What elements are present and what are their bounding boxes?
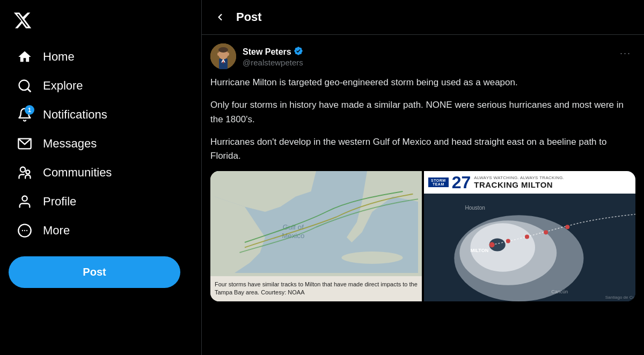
profile-label: Profile [43,195,76,209]
avatar [210,43,236,69]
storm-image-container: STORM TEAM 27 ALWAYS WATCHING. ALWAYS TR… [424,171,635,301]
home-icon [17,49,32,64]
svg-text:MILTON: MILTON [470,247,488,253]
svg-point-32 [565,225,569,229]
post-header-bar: Post [202,0,644,35]
tweet-paragraph-2: Only four storms in history have made a … [210,98,635,127]
author-handle: @realstewpeters [243,58,303,67]
svg-point-7 [24,230,25,231]
storm-always-watching: ALWAYS WATCHING. ALWAYS TRACKING. [474,175,564,180]
post-page-title: Post [236,10,262,24]
home-label: Home [43,50,75,64]
messages-label: Messages [43,137,97,151]
sidebar-item-home[interactable]: Home [9,43,193,71]
svg-point-29 [506,239,510,243]
notification-badge: 1 [25,105,34,115]
sidebar: Home Explore 1 Notifications Messages [0,0,201,355]
svg-point-4 [22,196,27,201]
sidebar-item-messages[interactable]: Messages [9,130,193,158]
verified-badge [294,46,303,58]
notifications-label: Notifications [43,108,107,122]
mail-icon [17,136,32,151]
author-name-row: Stew Peters [243,46,303,58]
svg-text:Cancún: Cancún [551,289,568,294]
communities-icon [17,165,32,180]
sidebar-item-explore[interactable]: Explore [9,72,193,100]
sidebar-item-communities[interactable]: Communities [9,159,193,187]
tweet-container: Stew Peters @realstewpeters ··· Hurrican… [202,35,644,310]
svg-point-3 [26,170,30,174]
communities-label: Communities [43,166,112,180]
svg-point-14 [218,47,228,53]
svg-point-8 [26,230,27,231]
more-label: More [43,224,70,238]
main-content: Post [201,0,644,355]
sidebar-nav: Home Explore 1 Notifications Messages [9,43,193,246]
svg-point-16 [227,53,229,56]
noaa-map-image[interactable]: Gulf of Mexico Four storms have similar … [210,171,422,301]
tweet-more-button[interactable]: ··· [616,43,635,63]
tweet-author-info: Stew Peters @realstewpeters [210,43,303,69]
storm-tracker-image[interactable]: STORM TEAM 27 ALWAYS WATCHING. ALWAYS TR… [424,171,635,301]
back-button[interactable] [210,8,230,27]
sidebar-item-profile[interactable]: Profile [9,188,193,216]
author-text-block: Stew Peters @realstewpeters [243,46,303,67]
svg-point-18 [342,252,403,264]
sidebar-item-notifications[interactable]: 1 Notifications [9,101,193,129]
tweet-paragraph-1: Hurricane Milton is targeted geo-enginee… [210,76,635,90]
post-button[interactable]: Post [9,256,180,288]
svg-point-28 [489,242,495,247]
svg-text:Santiago de Cuba: Santiago de Cuba [605,295,635,300]
storm-number: 27 [452,174,471,191]
svg-point-2 [20,167,25,172]
svg-point-30 [525,234,529,239]
svg-text:Houston: Houston [465,205,485,211]
svg-point-31 [544,230,548,234]
tweet-author-row: Stew Peters @realstewpeters ··· [210,43,635,69]
more-circle-icon [17,223,32,238]
bell-icon: 1 [17,107,32,122]
author-name: Stew Peters [243,47,291,57]
tweet-paragraph-3: Hurricanes don't develop in the western … [210,135,635,164]
svg-point-15 [217,53,219,56]
map-caption: Four storms have similar tracks to Milto… [210,276,422,301]
explore-label: Explore [43,79,83,93]
tweet-images: Gulf of Mexico Four storms have similar … [210,171,635,301]
sidebar-item-more[interactable]: More [9,217,193,245]
storm-tracking-title: TRACKING MILTON [474,180,564,189]
x-logo[interactable] [9,4,193,43]
person-icon [17,194,32,209]
svg-point-6 [22,230,23,231]
search-icon [17,78,32,93]
svg-text:Gulf of: Gulf of [283,223,304,231]
storm-team-label: STORM [431,179,446,182]
tweet-text-block: Hurricane Milton is targeted geo-enginee… [210,76,635,164]
